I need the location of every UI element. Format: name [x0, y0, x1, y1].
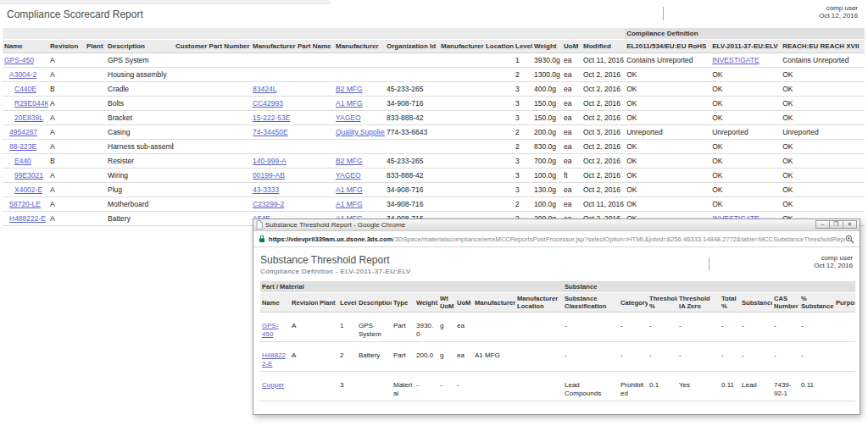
- cell-wt_uom: -: [438, 372, 455, 401]
- cell-name[interactable]: 88-223E: [3, 140, 48, 154]
- close-button[interactable]: ✕: [843, 220, 857, 229]
- cell-description: Plug: [106, 183, 174, 197]
- cell-manufacturer_part_name[interactable]: 83424L: [251, 82, 334, 97]
- cell-manufacturer[interactable]: A1 MFG: [334, 197, 385, 212]
- name-link[interactable]: GPS-450: [4, 56, 34, 64]
- cell-customer_part_number: [174, 154, 251, 169]
- cell-manufacturer_part_name: [251, 53, 334, 68]
- cell-manufacturer_location: [439, 140, 514, 154]
- cell-threshold_pct: -: [648, 313, 677, 342]
- cell-name[interactable]: A3004-2: [3, 68, 48, 82]
- cell-name[interactable]: GPS-450: [3, 53, 48, 68]
- cell-name[interactable]: E440: [3, 154, 48, 169]
- cell-elv[interactable]: INVESTIGATE: [710, 53, 781, 68]
- name-link[interactable]: H488222-E: [9, 214, 46, 223]
- cell-name[interactable]: C440E: [3, 82, 48, 97]
- url-text[interactable]: https://vdevpril339am.ux.dsone.3ds.com/3…: [269, 235, 845, 243]
- manufacturer-link[interactable]: Quality Supplier: [336, 128, 385, 136]
- manufacturer_part_name-link[interactable]: 83424L: [253, 85, 276, 93]
- manufacturer-link[interactable]: YAGEO: [336, 171, 361, 180]
- window-controls: – ❐ ✕: [816, 220, 857, 229]
- manufacturer-link[interactable]: A1 MFG: [336, 99, 363, 108]
- cell-elv: OK: [710, 197, 781, 212]
- zoom-magnifier-icon[interactable]: [845, 235, 854, 244]
- cell-name[interactable]: 4954267: [3, 125, 48, 140]
- cell-name[interactable]: R29E044K: [3, 97, 48, 111]
- cell-name[interactable]: 99E3021: [3, 169, 48, 183]
- manufacturer-link[interactable]: YAGEO: [336, 113, 361, 122]
- cell-reach: OK: [781, 97, 865, 111]
- manufacturer_part_name-link[interactable]: 15-222-53E: [253, 113, 290, 122]
- cell-manufacturer_part_name[interactable]: 15-222-53E: [251, 111, 334, 125]
- cell-manufacturer_part_name[interactable]: 43-3333: [251, 183, 334, 197]
- name-link[interactable]: 20E839L: [14, 113, 43, 122]
- cell-manufacturer_part_name[interactable]: 74-34450E: [251, 125, 334, 140]
- cell-manufacturer[interactable]: B2 MFG: [334, 154, 385, 169]
- cell-name[interactable]: X4002-E: [3, 183, 48, 197]
- window-title: Substance Threshold Report - Google Chro…: [265, 221, 405, 229]
- cell-manufacturer[interactable]: YAGEO: [334, 111, 385, 125]
- minimize-button[interactable]: –: [815, 220, 830, 229]
- name-link[interactable]: X4002-E: [14, 185, 42, 194]
- cell-description: Harness sub-assembly: [106, 140, 174, 154]
- cell-manufacturer[interactable]: YAGEO: [334, 169, 385, 183]
- manufacturer-link[interactable]: A1 MFG: [336, 200, 363, 208]
- cell-uom: -: [455, 372, 473, 401]
- name-link[interactable]: Copper: [262, 381, 284, 389]
- manufacturer_part_name-link[interactable]: 43-3333: [253, 185, 279, 194]
- cell-name[interactable]: H488222-E: [260, 342, 290, 372]
- cell-manufacturer[interactable]: A1 MFG: [334, 183, 385, 197]
- cell-name[interactable]: 20E839L: [3, 111, 48, 125]
- manufacturer_part_name-link[interactable]: C23299-2: [253, 200, 284, 208]
- cell-name[interactable]: H488222-E: [3, 212, 48, 226]
- cell-uom: ea: [455, 313, 473, 342]
- name-link[interactable]: R29E044K: [14, 99, 48, 108]
- table-row: GPS-450AGPS System13930.0geaOct 11, 2016…: [3, 53, 865, 68]
- name-link[interactable]: C440E: [14, 85, 36, 93]
- maximize-button[interactable]: ❐: [829, 220, 843, 229]
- cell-revision: A: [48, 197, 85, 212]
- manufacturer-link[interactable]: B2 MFG: [336, 85, 363, 93]
- manufacturer_part_name-link[interactable]: 74-34450E: [253, 128, 288, 136]
- manufacturer_part_name-link[interactable]: CC42993: [253, 99, 283, 108]
- elv-link[interactable]: INVESTIGATE: [712, 56, 760, 64]
- cell-name[interactable]: GPS-450: [260, 313, 290, 342]
- cell-substance_classification: -: [563, 342, 619, 372]
- name-link[interactable]: 58720-LE: [9, 200, 41, 208]
- cell-uom: ea: [562, 68, 581, 82]
- manufacturer-link[interactable]: A1 MFG: [336, 185, 363, 194]
- cell-name[interactable]: Copper: [260, 372, 290, 401]
- cell-description: Bracket: [106, 111, 174, 125]
- cell-manufacturer_part_name[interactable]: 00199-AB: [251, 169, 334, 183]
- name-link[interactable]: E440: [14, 157, 31, 165]
- cell-rohs: OK: [625, 68, 710, 82]
- cell-manufacturer[interactable]: A1 MFG: [334, 97, 385, 111]
- cell-reach: Contains Unreported: [781, 53, 865, 68]
- table-row: 58720-LEAMotherboardC23299-2A1 MFG34-908…: [3, 197, 865, 212]
- popup-report-title: Substance Threshold Report: [260, 254, 411, 266]
- column-header: Threshold IA Zero: [677, 293, 720, 313]
- cell-manufacturer_part_name[interactable]: C23299-2: [251, 197, 334, 212]
- cell-manufacturer_part_name[interactable]: CC42993: [251, 97, 334, 111]
- cell-manufacturer[interactable]: Quality Supplier: [334, 125, 385, 140]
- name-link[interactable]: 88-223E: [9, 142, 36, 151]
- manufacturer_part_name-link[interactable]: 00199-AB: [253, 171, 285, 180]
- cell-name[interactable]: 58720-LE: [3, 197, 48, 212]
- popup-report-header: Substance Threshold Report Compliance De…: [260, 254, 853, 275]
- cell-uom: ea: [455, 342, 473, 372]
- cell-rohs: OK: [625, 154, 710, 169]
- window-titlebar[interactable]: Substance Threshold Report - Google Chro…: [253, 219, 860, 231]
- name-link[interactable]: GPS-450: [262, 322, 279, 338]
- cell-purpose: [834, 342, 855, 372]
- cell-manufacturer_part_name[interactable]: 140-999-A: [251, 154, 334, 169]
- url-host: https://vdevpril339am.ux.dsone.3ds.com: [269, 235, 392, 243]
- manufacturer-link[interactable]: B2 MFG: [336, 157, 363, 165]
- name-link[interactable]: 4954267: [9, 128, 37, 136]
- cell-reach: OK: [781, 169, 865, 183]
- name-link[interactable]: 99E3021: [14, 171, 43, 180]
- cell-manufacturer[interactable]: B2 MFG: [334, 82, 385, 97]
- address-bar[interactable]: https://vdevpril339am.ux.dsone.3ds.com/3…: [253, 231, 860, 247]
- name-link[interactable]: H488222-E: [262, 351, 286, 368]
- name-link[interactable]: A3004-2: [9, 70, 36, 79]
- manufacturer_part_name-link[interactable]: 140-999-A: [253, 157, 287, 165]
